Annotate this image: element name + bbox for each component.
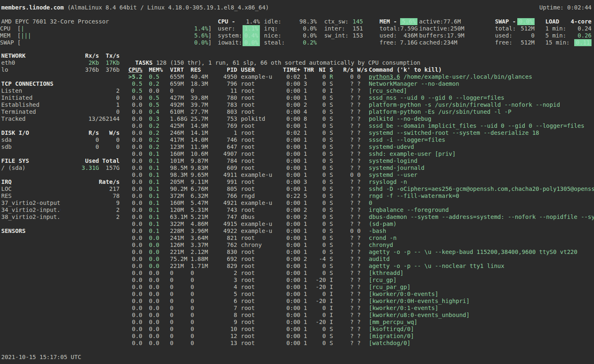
process-command: sssd -i --logger=files: [369, 136, 594, 143]
process-row[interactable]: 0.0 0.3 1.68G 25.7M 753 polkitd 0:00 8 0…: [128, 115, 594, 122]
column-cpu-sort[interactable]: CPU%: [128, 66, 142, 73]
process-threads: 1: [304, 87, 312, 94]
process-user: root: [241, 270, 276, 277]
process-cpu: 0.0: [128, 305, 142, 312]
process-row[interactable]: 0.0 0.0 221M 2.12M 830 root 0:00 1 0 S ?…: [128, 249, 594, 256]
process-row[interactable]: 0.0 0.0 0 0 9 root 0:00 1 -20 I ? ? [mm_…: [128, 319, 594, 326]
process-row[interactable]: 0.0 0.0 0 0 13 root 0:00 1 0 S ? ? [watc…: [128, 340, 594, 347]
process-io: ? ?: [343, 150, 368, 157]
gauge-percent: 5.6%: [194, 32, 208, 39]
process-state: I: [330, 277, 335, 284]
process-row[interactable]: 0.0 0.1 160M 10.6M 4907 root 0:00 1 0 S …: [128, 150, 594, 157]
process-row[interactable]: 0.5 0.2 659M 18.3M 796 root 0:00 3 0 S ?…: [128, 80, 594, 87]
disk-write: 0: [99, 136, 120, 143]
process-cpu: 0.0: [128, 235, 142, 242]
process-res: 0: [191, 333, 211, 340]
process-state: S: [330, 242, 335, 249]
process-pid: 4950: [211, 73, 237, 80]
process-command-args: systemd-journald: [369, 164, 424, 171]
process-command-args: dbus-daemon --system --address=systemd: …: [369, 214, 594, 220]
process-command-args: [mm_percpu_wq]: [369, 319, 417, 325]
process-mem: 0.3: [149, 115, 170, 122]
process-row[interactable]: 0.0 0.1 372M 6.32M 766 rngd 0:22 5 0 S ?…: [128, 193, 594, 200]
process-row[interactable]: 0.0 0.1 120M 5.31M 743 root 0:00 2 0 S ?…: [128, 207, 594, 214]
process-row[interactable]: >5.2 0.5 655M 40.4M 4950 example-u 0:02 …: [128, 73, 594, 80]
process-row[interactable]: 0.0 0.2 123M 11.9M 647 root 0:00 1 0 S ?…: [128, 143, 594, 150]
column-res[interactable]: RES: [191, 66, 211, 73]
process-row[interactable]: 0.0 0.1 98.3M 9.65M 4911 example-u 0:00 …: [128, 171, 594, 178]
tcp-stat-value: 13/262144: [61, 115, 120, 122]
process-row[interactable]: 0.0 0.1 98.5M 9.83M 609 root 0:00 1 0 S …: [128, 164, 594, 171]
process-io: ? ?: [343, 235, 368, 242]
column-command[interactable]: Command ('k' to kill): [369, 66, 594, 73]
process-row[interactable]: 0.0 0.1 160M 5.47M 4921 example-u 0:00 1…: [128, 200, 594, 207]
interface-name: eth0: [1, 59, 74, 66]
process-virt: 0: [170, 277, 191, 284]
process-row[interactable]: 0.0 0.0 241M 3.64M 821 root 0:00 1 0 S ?…: [128, 235, 594, 242]
process-row[interactable]: 0.0 0.1 322M 4.86M 4915 example-u 0:00 1…: [128, 221, 594, 228]
stat-line: idle:98.3%: [264, 18, 317, 25]
process-io: ? ?: [343, 305, 368, 312]
process-row[interactable]: 0.0 0.0 0 0 10 root 0:00 1 0 S ? ? [ksof…: [128, 326, 594, 333]
process-row[interactable]: 0.0 0.0 0 0 6 root 0:00 1 -20 I ? ? [kwo…: [128, 298, 594, 305]
column-time[interactable]: TIME+: [280, 66, 300, 73]
process-row[interactable]: 0.0 0.4 610M 27.7M 803 root 0:00 4 0 S ?…: [128, 108, 594, 115]
process-row[interactable]: 0.0 0.2 246M 14.1M 1 root 0:02 1 0 S ? ?…: [128, 129, 594, 136]
column-user[interactable]: USER: [241, 66, 276, 73]
process-state: S: [330, 94, 335, 101]
process-row[interactable]: 0.0 0.0 0 0 4 root 0:00 1 -20 I ? ? [rcu…: [128, 284, 594, 291]
process-row[interactable]: 0.0 0.0 0 0 5 root 0:00 1 0 I ? ? [kwork…: [128, 291, 594, 298]
process-row[interactable]: 0.0 0.1 101M 9.87M 784 root 0:00 1 0 S ?…: [128, 157, 594, 164]
process-pid: 4907: [211, 150, 237, 157]
process-res: 39.8M: [191, 94, 211, 101]
process-user: root: [241, 150, 276, 157]
process-row[interactable]: 0.0 0.0 75.2M 1.88M 692 root 0:00 2 -4 S…: [128, 256, 594, 263]
process-row[interactable]: 0.0 0.2 417M 14.0M 746 root 0:00 1 0 S ?…: [128, 136, 594, 143]
process-threads: 1: [304, 150, 312, 157]
process-virt: 228M: [170, 228, 191, 235]
process-virt: 0: [170, 312, 191, 319]
process-row[interactable]: 0.0 0.0 0 0 12 root 0:00 1 0 S ? ? [migr…: [128, 333, 594, 340]
column-virt[interactable]: VIRT: [170, 66, 191, 73]
process-threads: 2: [304, 214, 312, 221]
process-row[interactable]: 0.0 0.1 205M 9.11M 991 root 0:00 3 0 S ?…: [128, 178, 594, 186]
os-info: (AlmaLinux 8.4 64bit / Linux 4.18.0-305.…: [64, 4, 269, 11]
process-res: 10.6M: [191, 150, 211, 157]
process-row[interactable]: 0.0 0.5 492M 39.7M 783 root 0:00 2 0 S ?…: [128, 101, 594, 108]
process-row[interactable]: 0.0 0.0 0 0 8 root 0:00 1 0 I ? ? [kwork…: [128, 312, 594, 319]
process-mem: 0.2: [149, 143, 170, 150]
process-virt: 98.5M: [170, 164, 191, 171]
process-user: root: [241, 122, 276, 129]
process-user: root: [241, 157, 276, 164]
process-cpu: 0.0: [128, 298, 142, 305]
process-time: 0:00: [280, 200, 300, 207]
process-row[interactable]: 0.0 0.0 0 0 2 root 0:00 1 0 S ? ? [kthre…: [128, 270, 594, 277]
process-row[interactable]: 0.5 0.0 0 0 11 root 0:00 1 0 I ? ? [rcu_…: [128, 87, 594, 94]
process-time: 0:00: [280, 291, 300, 298]
column-io[interactable]: R/s W/s: [343, 66, 368, 73]
process-row[interactable]: 0.0 0.1 90.2M 6.76M 805 root 0:00 1 0 S …: [128, 186, 594, 193]
process-res: 9.11M: [191, 178, 211, 186]
filesystem-title: FILE SYS: [1, 157, 74, 164]
irq-name: 38_virtio2-input.2: [1, 214, 61, 221]
process-pid: 692: [211, 256, 237, 263]
process-row[interactable]: 0.0 0.1 228M 3.96M 4922 example-u 0:00 1…: [128, 228, 594, 235]
tcp-stat-name: Listen: [1, 87, 61, 94]
process-pid: 796: [211, 80, 237, 87]
process-state: S: [330, 164, 335, 171]
process-row[interactable]: 0.0 0.2 425M 14.9M 769 root 0:00 1 0 S ?…: [128, 122, 594, 129]
process-row[interactable]: 0.0 0.0 221M 1.71M 829 root 0:00 1 0 S ?…: [128, 263, 594, 270]
process-pid: 9: [211, 319, 237, 326]
process-row[interactable]: 0.0 0.0 0 0 3 root 0:00 1 -20 I ? ? [rcu…: [128, 277, 594, 284]
process-row[interactable]: 0.0 0.1 63.1M 5.21M 747 dbus 0:00 2 0 S …: [128, 214, 594, 221]
column-mem[interactable]: MEM%: [149, 66, 170, 73]
process-row[interactable]: 0.0 0.5 427M 39.8M 780 root 0:00 1 0 S ?…: [128, 94, 594, 101]
stat-line: steal:0.2%: [264, 39, 317, 46]
column-pid[interactable]: PID: [211, 66, 237, 73]
process-command: systemd-journald: [369, 164, 594, 171]
process-row[interactable]: 0.0 0.0 126M 3.37M 762 chrony 0:00 1 0 S…: [128, 242, 594, 249]
process-time: 0:00: [280, 221, 300, 228]
irq-name: 37_virtio2-output.1: [1, 200, 61, 207]
process-row[interactable]: 0.0 0.0 0 0 7 root 0:00 1 0 I ? ? [kwork…: [128, 305, 594, 312]
process-mem: 0.1: [149, 186, 170, 193]
